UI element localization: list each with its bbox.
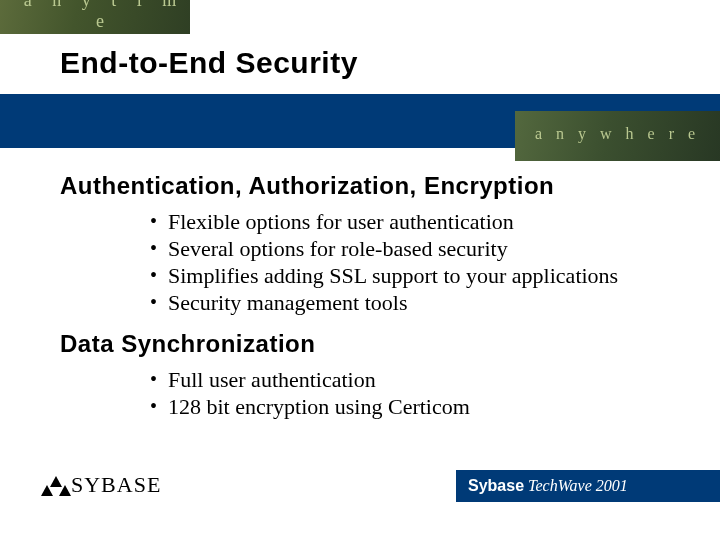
decor-top-left-text: a n y t i m e [18, 0, 190, 32]
footer-event-bar: Sybase TechWave 2001 [456, 470, 720, 502]
bullet-item: Security management tools [168, 289, 700, 316]
footer-bar-event: TechWave [528, 477, 592, 495]
decor-right-text: a n y w h e r e [515, 125, 720, 143]
slide-root: a n y t i m e End-to-End Security a n y … [0, 0, 720, 540]
sybase-triangles-icon [40, 472, 70, 496]
bullet-item: Simplifies adding SSL support to your ap… [168, 262, 700, 289]
section-heading-2: Data Synchronization [60, 330, 700, 358]
slide-title: End-to-End Security [60, 46, 358, 80]
footer-bar-year: 2001 [596, 477, 628, 495]
decor-right-image: a n y w h e r e [515, 111, 720, 161]
bullet-list-2: Full user authentication 128 bit encrypt… [60, 366, 700, 420]
bullet-item: Full user authentication [168, 366, 700, 393]
section-heading-1: Authentication, Authorization, Encryptio… [60, 172, 700, 200]
footer-bar-brand: Sybase [468, 477, 524, 495]
footer-logo-text: SYBASE [71, 474, 161, 496]
content-area: Authentication, Authorization, Encryptio… [60, 172, 700, 420]
bullet-item: 128 bit encryption using Certicom [168, 393, 700, 420]
bullet-item: Several options for role-based security [168, 235, 700, 262]
bullet-item: Flexible options for user authentication [168, 208, 700, 235]
decor-top-left-image: a n y t i m e [0, 0, 190, 34]
footer-sybase-logo: SYBASE [40, 468, 161, 496]
bullet-list-1: Flexible options for user authentication… [60, 208, 700, 316]
